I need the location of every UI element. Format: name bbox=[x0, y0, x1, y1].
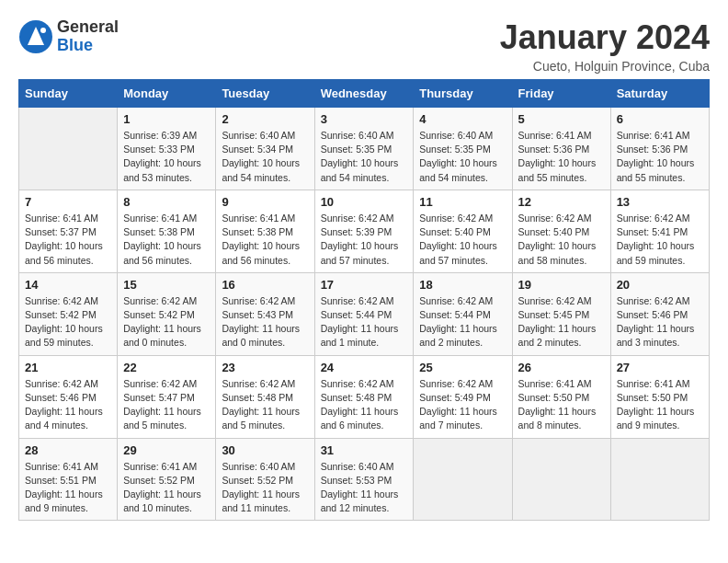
day-number: 6 bbox=[617, 112, 703, 126]
logo-blue: Blue bbox=[57, 36, 93, 54]
day-number: 13 bbox=[617, 195, 703, 209]
day-number: 12 bbox=[518, 195, 605, 209]
day-number: 27 bbox=[617, 361, 703, 374]
day-number: 11 bbox=[419, 195, 506, 209]
calendar-cell: 1Sunrise: 6:39 AM Sunset: 5:33 PM Daylig… bbox=[118, 108, 216, 190]
day-number: 16 bbox=[222, 278, 308, 292]
calendar-cell: 2Sunrise: 6:40 AM Sunset: 5:34 PM Daylig… bbox=[216, 108, 314, 190]
day-number: 31 bbox=[321, 443, 408, 457]
day-info: Sunrise: 6:39 AM Sunset: 5:33 PM Dayligh… bbox=[123, 129, 210, 185]
calendar-week-2: 7Sunrise: 6:41 AM Sunset: 5:37 PM Daylig… bbox=[19, 190, 710, 272]
day-info: Sunrise: 6:41 AM Sunset: 5:50 PM Dayligh… bbox=[518, 377, 605, 433]
day-info: Sunrise: 6:42 AM Sunset: 5:39 PM Dayligh… bbox=[321, 212, 408, 268]
day-info: Sunrise: 6:42 AM Sunset: 5:40 PM Dayligh… bbox=[518, 212, 605, 268]
day-number: 1 bbox=[123, 112, 210, 126]
weekday-header-thursday: Thursday bbox=[414, 80, 512, 108]
logo-icon bbox=[18, 19, 53, 54]
day-info: Sunrise: 6:40 AM Sunset: 5:34 PM Dayligh… bbox=[222, 129, 308, 185]
day-number: 14 bbox=[25, 278, 111, 292]
weekday-header-saturday: Saturday bbox=[610, 80, 709, 108]
calendar-cell bbox=[19, 108, 118, 190]
day-info: Sunrise: 6:42 AM Sunset: 5:42 PM Dayligh… bbox=[25, 294, 111, 350]
day-info: Sunrise: 6:40 AM Sunset: 5:53 PM Dayligh… bbox=[321, 460, 408, 516]
day-number: 10 bbox=[321, 195, 408, 209]
calendar-table: SundayMondayTuesdayWednesdayThursdayFrid… bbox=[18, 79, 710, 521]
day-number: 25 bbox=[419, 361, 506, 374]
calendar-cell: 28Sunrise: 6:41 AM Sunset: 5:51 PM Dayli… bbox=[19, 438, 118, 521]
day-info: Sunrise: 6:41 AM Sunset: 5:36 PM Dayligh… bbox=[617, 129, 703, 185]
logo: General Blue bbox=[18, 18, 119, 55]
calendar-cell: 5Sunrise: 6:41 AM Sunset: 5:36 PM Daylig… bbox=[512, 108, 610, 190]
day-number: 23 bbox=[222, 361, 308, 374]
calendar-cell: 23Sunrise: 6:42 AM Sunset: 5:48 PM Dayli… bbox=[216, 355, 314, 438]
calendar-cell: 11Sunrise: 6:42 AM Sunset: 5:40 PM Dayli… bbox=[414, 190, 512, 272]
month-title: January 2024 bbox=[500, 18, 710, 57]
calendar-cell: 20Sunrise: 6:42 AM Sunset: 5:46 PM Dayli… bbox=[610, 272, 709, 355]
day-number: 21 bbox=[25, 361, 111, 374]
calendar-cell: 29Sunrise: 6:41 AM Sunset: 5:52 PM Dayli… bbox=[118, 438, 216, 521]
page-header: General Blue January 2024 Cueto, Holguin… bbox=[18, 18, 710, 74]
calendar-cell: 21Sunrise: 6:42 AM Sunset: 5:46 PM Dayli… bbox=[19, 355, 118, 438]
calendar-cell: 26Sunrise: 6:41 AM Sunset: 5:50 PM Dayli… bbox=[512, 355, 610, 438]
calendar-cell: 10Sunrise: 6:42 AM Sunset: 5:39 PM Dayli… bbox=[314, 190, 414, 272]
calendar-cell: 9Sunrise: 6:41 AM Sunset: 5:38 PM Daylig… bbox=[216, 190, 314, 272]
location-subtitle: Cueto, Holguin Province, Cuba bbox=[500, 59, 710, 74]
day-info: Sunrise: 6:41 AM Sunset: 5:52 PM Dayligh… bbox=[123, 460, 210, 516]
day-info: Sunrise: 6:42 AM Sunset: 5:46 PM Dayligh… bbox=[25, 377, 111, 433]
weekday-header-wednesday: Wednesday bbox=[314, 80, 414, 108]
weekday-header-tuesday: Tuesday bbox=[216, 80, 314, 108]
day-number: 29 bbox=[123, 443, 210, 457]
day-number: 4 bbox=[419, 112, 506, 126]
calendar-cell: 4Sunrise: 6:40 AM Sunset: 5:35 PM Daylig… bbox=[414, 108, 512, 190]
calendar-cell: 6Sunrise: 6:41 AM Sunset: 5:36 PM Daylig… bbox=[610, 108, 709, 190]
day-number: 26 bbox=[518, 361, 605, 374]
calendar-cell: 22Sunrise: 6:42 AM Sunset: 5:47 PM Dayli… bbox=[118, 355, 216, 438]
svg-point-3 bbox=[40, 28, 46, 33]
weekday-header-row: SundayMondayTuesdayWednesdayThursdayFrid… bbox=[19, 80, 710, 108]
calendar-cell: 12Sunrise: 6:42 AM Sunset: 5:40 PM Dayli… bbox=[512, 190, 610, 272]
calendar-cell: 7Sunrise: 6:41 AM Sunset: 5:37 PM Daylig… bbox=[19, 190, 118, 272]
day-number: 2 bbox=[222, 112, 308, 126]
day-info: Sunrise: 6:42 AM Sunset: 5:48 PM Dayligh… bbox=[222, 377, 308, 433]
calendar-cell: 30Sunrise: 6:40 AM Sunset: 5:52 PM Dayli… bbox=[216, 438, 314, 521]
logo-general: General bbox=[57, 17, 119, 36]
day-info: Sunrise: 6:42 AM Sunset: 5:44 PM Dayligh… bbox=[419, 294, 506, 350]
day-info: Sunrise: 6:41 AM Sunset: 5:36 PM Dayligh… bbox=[518, 129, 605, 185]
calendar-cell: 17Sunrise: 6:42 AM Sunset: 5:44 PM Dayli… bbox=[314, 272, 414, 355]
calendar-cell: 16Sunrise: 6:42 AM Sunset: 5:43 PM Dayli… bbox=[216, 272, 314, 355]
day-number: 24 bbox=[321, 361, 408, 374]
weekday-header-monday: Monday bbox=[118, 80, 216, 108]
day-number: 22 bbox=[123, 361, 210, 374]
calendar-cell: 15Sunrise: 6:42 AM Sunset: 5:42 PM Dayli… bbox=[118, 272, 216, 355]
calendar-cell: 25Sunrise: 6:42 AM Sunset: 5:49 PM Dayli… bbox=[414, 355, 512, 438]
day-number: 28 bbox=[25, 443, 111, 457]
day-info: Sunrise: 6:41 AM Sunset: 5:38 PM Dayligh… bbox=[222, 212, 308, 268]
day-info: Sunrise: 6:42 AM Sunset: 5:47 PM Dayligh… bbox=[123, 377, 210, 433]
day-info: Sunrise: 6:42 AM Sunset: 5:44 PM Dayligh… bbox=[321, 294, 408, 350]
day-number: 19 bbox=[518, 278, 605, 292]
calendar-cell bbox=[512, 438, 610, 521]
calendar-cell bbox=[414, 438, 512, 521]
day-info: Sunrise: 6:42 AM Sunset: 5:41 PM Dayligh… bbox=[617, 212, 703, 268]
day-info: Sunrise: 6:41 AM Sunset: 5:37 PM Dayligh… bbox=[25, 212, 111, 268]
day-number: 7 bbox=[25, 195, 111, 209]
day-number: 9 bbox=[222, 195, 308, 209]
day-number: 3 bbox=[321, 112, 408, 126]
calendar-cell: 27Sunrise: 6:41 AM Sunset: 5:50 PM Dayli… bbox=[610, 355, 709, 438]
day-number: 17 bbox=[321, 278, 408, 292]
day-number: 5 bbox=[518, 112, 605, 126]
day-info: Sunrise: 6:40 AM Sunset: 5:35 PM Dayligh… bbox=[419, 129, 506, 185]
day-info: Sunrise: 6:42 AM Sunset: 5:49 PM Dayligh… bbox=[419, 377, 506, 433]
day-number: 18 bbox=[419, 278, 506, 292]
calendar-week-1: 1Sunrise: 6:39 AM Sunset: 5:33 PM Daylig… bbox=[19, 108, 710, 190]
calendar-cell: 14Sunrise: 6:42 AM Sunset: 5:42 PM Dayli… bbox=[19, 272, 118, 355]
day-number: 20 bbox=[617, 278, 703, 292]
day-info: Sunrise: 6:42 AM Sunset: 5:45 PM Dayligh… bbox=[518, 294, 605, 350]
day-info: Sunrise: 6:42 AM Sunset: 5:46 PM Dayligh… bbox=[617, 294, 703, 350]
day-info: Sunrise: 6:41 AM Sunset: 5:38 PM Dayligh… bbox=[123, 212, 210, 268]
day-info: Sunrise: 6:40 AM Sunset: 5:35 PM Dayligh… bbox=[321, 129, 408, 185]
day-info: Sunrise: 6:42 AM Sunset: 5:43 PM Dayligh… bbox=[222, 294, 308, 350]
calendar-cell: 31Sunrise: 6:40 AM Sunset: 5:53 PM Dayli… bbox=[314, 438, 414, 521]
calendar-cell: 18Sunrise: 6:42 AM Sunset: 5:44 PM Dayli… bbox=[414, 272, 512, 355]
calendar-cell: 8Sunrise: 6:41 AM Sunset: 5:38 PM Daylig… bbox=[118, 190, 216, 272]
